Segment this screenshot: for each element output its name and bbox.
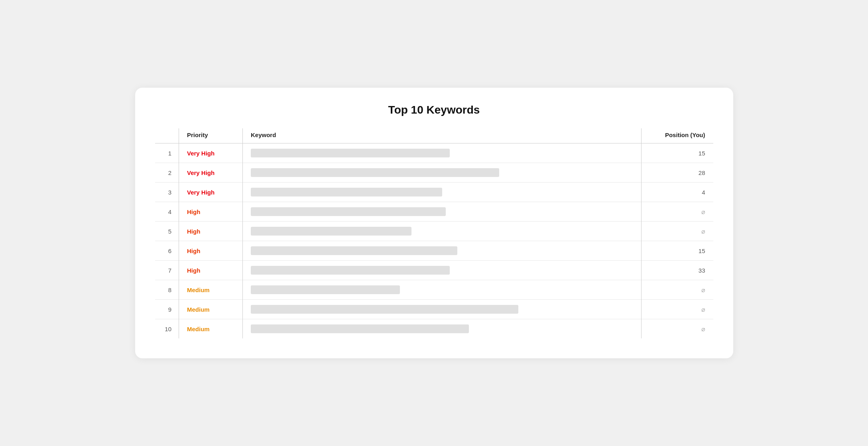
keywords-card: Top 10 Keywords Priority Keyword Positio… (135, 88, 733, 358)
keyword-bar (251, 285, 400, 294)
priority-label: Very High (187, 189, 215, 196)
keyword-bar-container (251, 147, 633, 159)
cell-priority: Very High (179, 183, 243, 202)
cell-position: ⌀ (642, 300, 713, 319)
cell-rank: 9 (155, 300, 179, 319)
keyword-bar (251, 207, 446, 216)
table-row: 5High⌀ (155, 222, 713, 241)
table-row: 3Very High4 (155, 183, 713, 202)
table-body: 1Very High152Very High283Very High44High… (155, 143, 713, 339)
priority-label: Medium (187, 287, 210, 293)
cell-priority: Medium (179, 300, 243, 319)
cell-keyword (243, 183, 642, 202)
priority-label: Medium (187, 306, 210, 313)
keyword-bar (251, 246, 457, 255)
cell-priority: Medium (179, 319, 243, 339)
priority-label: High (187, 208, 200, 215)
keyword-bar-container (251, 167, 633, 178)
cell-position: ⌀ (642, 319, 713, 339)
cell-rank: 3 (155, 183, 179, 202)
keyword-bar-container (251, 226, 633, 237)
table-row: 2Very High28 (155, 163, 713, 183)
table-row: 4High⌀ (155, 202, 713, 222)
table-header-row: Priority Keyword Position (You) (155, 128, 713, 143)
keyword-bar (251, 188, 442, 196)
keyword-bar-container (251, 265, 633, 276)
keyword-bar (251, 227, 411, 236)
keyword-bar-container (251, 206, 633, 217)
cell-priority: High (179, 202, 243, 222)
cell-priority: High (179, 261, 243, 280)
keyword-bar-container (251, 187, 633, 198)
priority-label: High (187, 248, 200, 254)
cell-position: 15 (642, 241, 713, 261)
cell-keyword (243, 222, 642, 241)
col-header-priority: Priority (179, 128, 243, 143)
keyword-bar (251, 149, 450, 157)
cell-rank: 4 (155, 202, 179, 222)
col-header-position: Position (You) (642, 128, 713, 143)
cell-rank: 1 (155, 143, 179, 163)
cell-keyword (243, 241, 642, 261)
col-header-keyword: Keyword (243, 128, 642, 143)
na-icon: ⌀ (701, 208, 705, 215)
keyword-bar-container (251, 323, 633, 334)
na-icon: ⌀ (701, 287, 705, 293)
keyword-bar (251, 266, 450, 275)
keyword-bar (251, 324, 469, 333)
table-row: 1Very High15 (155, 143, 713, 163)
col-header-rank (155, 128, 179, 143)
keyword-bar-container (251, 245, 633, 256)
cell-keyword (243, 163, 642, 183)
cell-keyword (243, 280, 642, 300)
table-row: 7High33 (155, 261, 713, 280)
cell-priority: High (179, 222, 243, 241)
keyword-bar (251, 305, 518, 314)
priority-label: High (187, 267, 200, 274)
cell-keyword (243, 300, 642, 319)
priority-label: High (187, 228, 200, 235)
cell-priority: Very High (179, 163, 243, 183)
cell-rank: 7 (155, 261, 179, 280)
cell-keyword (243, 143, 642, 163)
table-row: 10Medium⌀ (155, 319, 713, 339)
na-icon: ⌀ (701, 326, 705, 332)
card-title: Top 10 Keywords (155, 104, 713, 116)
cell-position: ⌀ (642, 202, 713, 222)
priority-label: Very High (187, 169, 215, 176)
cell-rank: 10 (155, 319, 179, 339)
keywords-table: Priority Keyword Position (You) 1Very Hi… (155, 128, 713, 338)
cell-position: ⌀ (642, 280, 713, 300)
cell-rank: 5 (155, 222, 179, 241)
keyword-bar-container (251, 304, 633, 315)
cell-position: 33 (642, 261, 713, 280)
na-icon: ⌀ (701, 306, 705, 313)
cell-keyword (243, 319, 642, 339)
cell-rank: 6 (155, 241, 179, 261)
table-row: 6High15 (155, 241, 713, 261)
na-icon: ⌀ (701, 228, 705, 235)
keyword-bar-container (251, 284, 633, 295)
keyword-bar (251, 168, 499, 177)
table-row: 8Medium⌀ (155, 280, 713, 300)
table-row: 9Medium⌀ (155, 300, 713, 319)
cell-position: 4 (642, 183, 713, 202)
cell-priority: Medium (179, 280, 243, 300)
priority-label: Very High (187, 150, 215, 157)
cell-position: ⌀ (642, 222, 713, 241)
cell-rank: 8 (155, 280, 179, 300)
cell-priority: High (179, 241, 243, 261)
cell-keyword (243, 202, 642, 222)
cell-priority: Very High (179, 143, 243, 163)
priority-label: Medium (187, 326, 210, 332)
cell-keyword (243, 261, 642, 280)
cell-position: 28 (642, 163, 713, 183)
cell-position: 15 (642, 143, 713, 163)
cell-rank: 2 (155, 163, 179, 183)
